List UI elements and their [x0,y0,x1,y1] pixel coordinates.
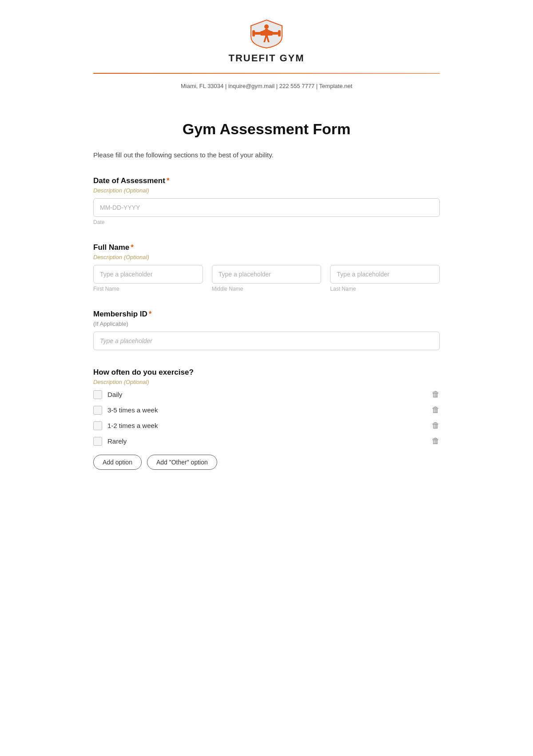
first-name-sublabel: First Name [93,286,203,292]
gym-logo-icon [249,18,284,49]
last-name-input[interactable] [330,265,440,284]
section-full-name: Full Name* Description (Optional) First … [93,243,440,292]
membership-id-input[interactable] [93,332,440,350]
checkbox-1-2[interactable] [93,421,102,430]
section-membership-id: Membership ID* (If Applicable) [93,310,440,350]
svg-point-5 [264,24,269,29]
first-name-input[interactable] [93,265,203,284]
logo-container: TRUEFIT GYM [228,18,304,64]
form-subtitle: Please fill out the following sections t… [93,151,440,159]
checkbox-label-3-5: 3-5 times a week [107,406,158,414]
delete-rarely-icon[interactable]: 🗑 [432,436,440,446]
delete-1-2-icon[interactable]: 🗑 [432,421,440,430]
date-sublabel: Date [93,219,440,225]
add-other-option-button[interactable]: Add "Other" option [147,455,217,470]
checkbox-3-5[interactable] [93,406,102,415]
checkbox-daily[interactable] [93,390,102,399]
svg-rect-3 [273,32,278,35]
checkbox-option-row: Rarely 🗑 [93,436,440,446]
middle-name-sublabel: Middle Name [212,286,322,292]
section-label-date: Date of Assessment* [93,176,440,185]
middle-name-input[interactable] [212,265,322,284]
checkbox-rarely[interactable] [93,437,102,446]
name-fields-container: First Name Middle Name Last Name [93,265,440,292]
section-label-membership: Membership ID* [93,310,440,319]
add-options-row: Add option Add "Other" option [93,455,440,470]
svg-rect-2 [278,30,281,36]
form-title-area: Gym Assessment Form [93,120,440,138]
section-exercise-frequency: How often do you exercise? Description (… [93,368,440,470]
checkbox-options-container: Daily 🗑 3-5 times a week 🗑 1-2 times a w… [93,390,440,446]
header-divider [93,73,440,74]
description-optional-date: Description (Optional) [93,187,440,194]
checkbox-label-1-2: 1-2 times a week [107,422,158,429]
date-input[interactable] [93,198,440,217]
checkbox-label-rarely: Rarely [107,437,127,445]
description-optional-fullname: Description (Optional) [93,254,440,260]
svg-rect-0 [252,30,255,36]
checkbox-option-row: 3-5 times a week 🗑 [93,405,440,415]
section-label-exercise: How often do you exercise? [93,368,440,377]
checkbox-option-row: Daily 🗑 [93,390,440,399]
brand-name: TRUEFIT GYM [228,52,304,64]
checkbox-label-daily: Daily [107,391,122,398]
contact-info: Miami, FL 33034 | inquire@gym.mail | 222… [181,83,352,89]
add-option-button[interactable]: Add option [93,455,142,470]
checkbox-option-row: 1-2 times a week 🗑 [93,421,440,430]
svg-rect-1 [255,32,260,35]
form-title: Gym Assessment Form [93,120,440,138]
last-name-sublabel: Last Name [330,286,440,292]
first-name-field-group: First Name [93,265,203,292]
middle-name-field-group: Middle Name [212,265,322,292]
last-name-field-group: Last Name [330,265,440,292]
description-optional-exercise: Description (Optional) [93,379,440,385]
section-label-fullname: Full Name* [93,243,440,252]
section-date-of-assessment: Date of Assessment* Description (Optiona… [93,176,440,225]
delete-daily-icon[interactable]: 🗑 [432,390,440,399]
membership-sub-description: (If Applicable) [93,320,440,327]
header: TRUEFIT GYM Miami, FL 33034 | inquire@gy… [93,18,440,98]
delete-3-5-icon[interactable]: 🗑 [432,405,440,415]
